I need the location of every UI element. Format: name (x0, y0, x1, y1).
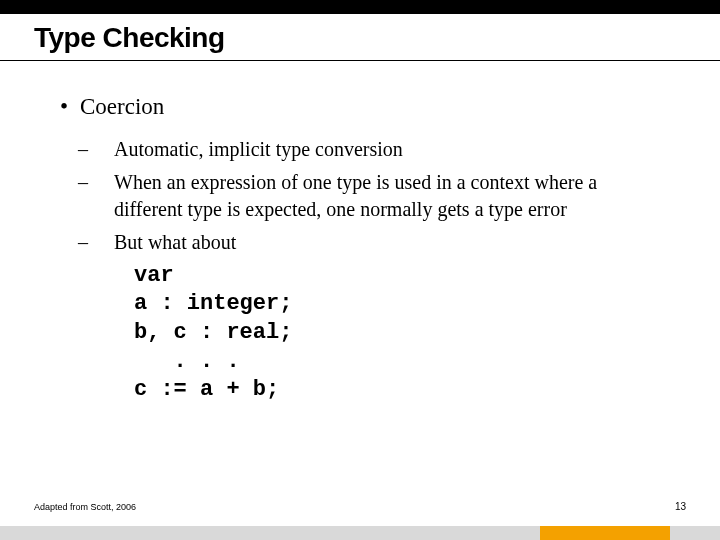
slide-title: Type Checking (34, 22, 225, 54)
code-line: b, c : real; (134, 320, 292, 345)
bullet-text: Automatic, implicit type conversion (114, 138, 403, 160)
bullet-level1: Coercion (62, 92, 662, 122)
body: Coercion Automatic, implicit type conver… (62, 92, 662, 405)
footer-orange-accent (540, 526, 670, 540)
bullet-text: When an expression of one type is used i… (114, 171, 597, 220)
code-line: . . . (134, 349, 240, 374)
top-black-band (0, 0, 720, 14)
bullet-text: Coercion (80, 94, 164, 119)
page-number: 13 (675, 501, 686, 512)
footer-bar (0, 526, 720, 540)
title-rule (0, 60, 720, 61)
code-line: var (134, 263, 174, 288)
code-block: var a : integer; b, c : real; . . . c :=… (134, 262, 662, 405)
bullet-level2: Automatic, implicit type conversion (96, 136, 662, 163)
bullet-level2: When an expression of one type is used i… (96, 169, 662, 223)
code-line: a : integer; (134, 291, 292, 316)
slide: Type Checking Coercion Automatic, implic… (0, 0, 720, 540)
attribution: Adapted from Scott, 2006 (34, 502, 136, 512)
code-line: c := a + b; (134, 377, 279, 402)
bullet-text: But what about (114, 231, 236, 253)
bullet-level2: But what about (96, 229, 662, 256)
